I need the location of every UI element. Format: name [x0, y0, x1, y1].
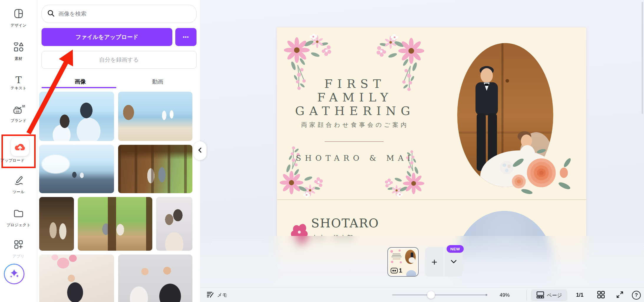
- canvas-scrollbar[interactable]: [642, 2, 643, 114]
- sidebar-item-text[interactable]: T テキスト: [0, 75, 37, 91]
- brand-icon: co: [12, 104, 25, 117]
- chevron-left-icon: [198, 147, 202, 154]
- page-view-icon: [536, 290, 544, 300]
- divider: [526, 290, 527, 301]
- design-icon: [13, 8, 24, 20]
- photo-thumbnail-temple-kimono-couple[interactable]: [39, 197, 74, 251]
- upload-highlight-box: アップロード: [1, 134, 36, 168]
- add-page-button[interactable]: +: [425, 247, 444, 277]
- svg-text:co: co: [16, 110, 19, 113]
- tools-icon: [13, 175, 24, 187]
- photo-thumbnail-funny-faces-couple[interactable]: [118, 255, 192, 302]
- sidebar-label: アプリ: [0, 254, 37, 259]
- apps-icon: [13, 239, 24, 251]
- sparkle-icon: [8, 267, 20, 280]
- help-icon: ?: [632, 291, 641, 300]
- page-thumbnail-1[interactable]: 1: [387, 247, 419, 277]
- photo-thumbnail-lying-flowers-couple[interactable]: [39, 255, 114, 302]
- search-icon: [47, 9, 55, 18]
- record-yourself-button[interactable]: 自分を録画する: [42, 51, 196, 69]
- page-number-badge: 1: [391, 267, 402, 274]
- memo-notes-icon: [206, 290, 214, 300]
- memo-button[interactable]: メモ: [206, 288, 227, 302]
- design-subtitle[interactable]: 両家顔合わせ食事会のご案内: [277, 121, 433, 129]
- groom-heading[interactable]: SHOTARO: [311, 216, 379, 230]
- fullscreen-button[interactable]: [613, 288, 627, 302]
- panel-collapse-button[interactable]: [194, 141, 207, 160]
- flower-corner-bottom-left[interactable]: [278, 137, 330, 198]
- media-tabs: 画像 動画: [42, 76, 196, 88]
- upload-cloud-icon: [14, 141, 26, 152]
- icon-sidebar: デザイン 素材 T テキスト: [0, 0, 37, 302]
- pink-flower-illustration[interactable]: [289, 221, 310, 250]
- grid-view-button[interactable]: [594, 288, 608, 302]
- page-count: 1/1: [568, 288, 592, 302]
- elements-icon: [13, 42, 24, 53]
- sidebar-label: アップロード: [1, 158, 37, 163]
- zoom-slider-track[interactable]: [392, 294, 487, 296]
- sidebar-item-projects[interactable]: プロジェクト: [0, 208, 37, 228]
- sidebar-label: ツール: [0, 189, 37, 195]
- photo-thumbnail-pier-couple[interactable]: [39, 145, 114, 193]
- magic-assistant-button[interactable]: [4, 264, 24, 284]
- page-indicator-icon: [391, 268, 398, 273]
- tab-images[interactable]: 画像: [42, 76, 119, 88]
- sidebar-label: 素材: [0, 56, 37, 61]
- sidebar-label: テキスト: [0, 86, 37, 91]
- photo-thumbnail-veranda-kneeling-couple[interactable]: [78, 197, 152, 251]
- sidebar-label: ブランド: [0, 118, 37, 123]
- rose-cluster-illustration[interactable]: [507, 145, 576, 198]
- status-bar: メモ 49% ページ 1/1: [200, 288, 644, 302]
- tab-videos[interactable]: 動画: [119, 76, 196, 88]
- zoom-slider-thumb[interactable]: [427, 291, 435, 299]
- sidebar-item-upload[interactable]: [11, 138, 29, 156]
- search-input[interactable]: [58, 11, 191, 17]
- ellipsis-icon: •••: [183, 34, 189, 40]
- canvas-workspace: FIRST FAMILY GATHERING 両家顔合わせ食事会のご案内 SHO…: [200, 0, 644, 302]
- design-title[interactable]: FIRST FAMILY GATHERING: [277, 77, 433, 118]
- section-divider: [277, 199, 586, 200]
- design-divider-line[interactable]: [325, 141, 384, 142]
- folder-icon: [13, 208, 24, 220]
- photo-thumbnail-kissing-couple[interactable]: [156, 197, 192, 251]
- search-box[interactable]: [42, 5, 196, 23]
- design-couple-names[interactable]: SHOTARO & MAI: [277, 154, 433, 163]
- chevron-down-icon: [451, 259, 457, 265]
- sidebar-item-brand[interactable]: co ブランド: [0, 104, 37, 123]
- sidebar-label: プロジェクト: [0, 222, 37, 228]
- flower-corner-bottom-right[interactable]: [374, 142, 431, 198]
- expand-arrows-icon: [616, 290, 624, 300]
- text-icon: T: [16, 75, 22, 85]
- upload-files-button[interactable]: ファイルをアップロード: [42, 28, 172, 46]
- new-badge: NEW: [447, 245, 464, 253]
- zoom-percentage: 49%: [493, 288, 516, 302]
- groom-name-japanese[interactable]: 山本 祥太郎: [312, 234, 354, 242]
- upload-more-options-button[interactable]: •••: [175, 28, 196, 46]
- sidebar-item-apps[interactable]: アプリ: [0, 239, 37, 259]
- sidebar-item-design[interactable]: デザイン: [0, 8, 37, 28]
- photo-thumbnail-beach-couple-closeup[interactable]: [39, 92, 114, 141]
- page-view-button[interactable]: ページ: [531, 289, 567, 301]
- canva-editor: デザイン 素材 T テキスト: [0, 0, 644, 302]
- uploads-panel: ファイルをアップロード ••• 自分を録画する 画像 動画: [37, 0, 200, 302]
- active-tab-underline: [42, 87, 116, 88]
- grid-icon: [597, 290, 605, 300]
- photo-thumbnail-beach-couple-rock[interactable]: [118, 92, 192, 141]
- sidebar-label: デザイン: [0, 23, 37, 28]
- sidebar-item-elements[interactable]: 素材: [0, 42, 37, 61]
- photo-thumbnail-corridor-kimono-couple[interactable]: [118, 145, 192, 193]
- help-button[interactable]: ?: [629, 288, 643, 302]
- sidebar-item-tools[interactable]: ツール: [0, 175, 37, 195]
